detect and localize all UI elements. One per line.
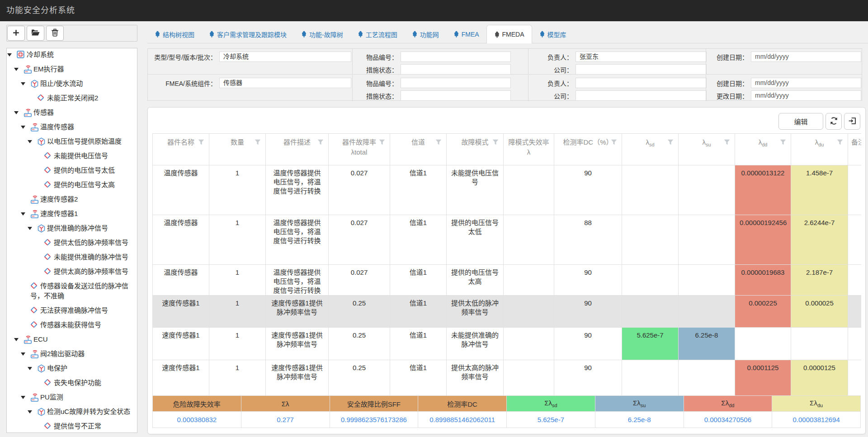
field-input[interactable]: mm/dd/yyyy (751, 78, 861, 88)
form-field: 负责人：张亚东 (528, 52, 706, 62)
expand-arrow-icon[interactable] (21, 126, 25, 129)
tree-node-label: 传感器设备发送过低的脉冲信号，不准确 (30, 282, 128, 300)
structure-tree-panel: 冷却系统EM执行器阻止/使水流动未能正常关闭阀2传感器温度传感器以电压信号提供原… (6, 48, 137, 433)
form-field: 公司： (528, 64, 706, 75)
table-row[interactable]: 温度传感器1温度传感器提供电压信号，将温度信号进行转换0.027信道1提供的电压… (153, 215, 862, 265)
edit-button[interactable]: 编辑 (778, 113, 823, 130)
export-button[interactable] (844, 113, 860, 130)
expand-arrow-icon[interactable] (28, 227, 32, 230)
open-folder-icon (31, 29, 40, 38)
filter-icon[interactable] (435, 138, 442, 148)
filter-icon[interactable] (317, 138, 324, 148)
table-row[interactable]: 速度传感器11速度传感器1提供脉冲频率信号0.25信道1未能提供准确的脉冲信号9… (153, 328, 862, 360)
tab-模型库[interactable]: 模型库 (532, 25, 574, 43)
tree-node[interactable]: 检测uC故障并转为安全状态 (7, 404, 137, 419)
field-input[interactable] (576, 64, 707, 75)
field-input[interactable] (401, 90, 511, 101)
filter-icon[interactable] (543, 138, 549, 148)
tree-node[interactable]: 未能提供准确的脉冲信号 (7, 250, 137, 264)
filter-icon[interactable] (611, 138, 617, 148)
tree-node[interactable]: EM执行器 (7, 62, 137, 76)
failure-icon (44, 239, 52, 247)
field-label: 创建日期： (706, 52, 748, 61)
filter-icon[interactable] (837, 138, 843, 148)
tree-node[interactable]: 冷却系统 (7, 48, 137, 62)
tree-node[interactable]: 无法获得准确脉冲信号 (7, 303, 137, 318)
expand-arrow-icon[interactable] (14, 68, 19, 71)
table-cell: 0.027 (329, 215, 390, 265)
expand-arrow-icon[interactable] (21, 352, 25, 356)
summary-header-label: Σλ (633, 399, 641, 407)
tree-node[interactable]: 提供太高的脉冲频率信号 (7, 264, 137, 279)
expand-arrow-icon[interactable] (28, 140, 32, 143)
tree-node[interactable]: 速度传感器2 (7, 192, 137, 207)
tree-node[interactable]: 未能正常关闭阀2 (7, 91, 137, 105)
filter-icon[interactable] (492, 138, 499, 148)
tab-功能-故障树[interactable]: 功能-故障树 (294, 25, 350, 43)
field-input[interactable] (576, 90, 707, 101)
filter-icon[interactable] (255, 138, 261, 148)
expand-arrow-icon[interactable] (14, 338, 19, 341)
tree-node[interactable]: 阀2输出驱动器 (7, 347, 137, 361)
tree-node[interactable]: 提供太低的脉冲频率信号 (7, 235, 137, 250)
tree-node[interactable]: 传感器未能获得信号 (7, 318, 137, 332)
tab-fmeda[interactable]: FMEDA (486, 25, 532, 43)
field-input[interactable]: 传感器 (219, 78, 351, 88)
filter-icon[interactable] (724, 138, 730, 148)
add-node-button[interactable] (7, 26, 25, 41)
table-row[interactable]: 速度传感器11速度传感器1提供脉冲频率信号0.25信道1提供太高的脉冲频率信号9… (153, 360, 862, 396)
tree-node[interactable]: 传感器设备发送过低的脉冲信号，不准确 (7, 279, 137, 303)
tree-node[interactable]: 提供的电压信号太低 (7, 163, 137, 178)
field-input[interactable] (401, 52, 511, 62)
tab-功能网[interactable]: 功能网 (405, 25, 446, 43)
filter-icon[interactable] (198, 138, 204, 148)
tree-node[interactable]: 电保护 (7, 361, 137, 376)
tree-node-label: 速度传感器1 (40, 210, 78, 217)
tree-node[interactable]: ECU (7, 332, 137, 347)
tree-node[interactable]: 丧失电保护功能 (7, 376, 137, 390)
table-row[interactable]: 速度传感器11速度传感器1提供脉冲频率信号0.25信道1提供太低的脉冲频率信号9… (153, 296, 862, 328)
tab-结构树视图[interactable]: 结构树视图 (147, 25, 202, 43)
field-input[interactable]: mm/dd/yyyy (751, 52, 861, 62)
tree-node[interactable]: 提供信号不正常 (7, 419, 137, 433)
tab-客户需求管理及跟踪模块[interactable]: 客户需求管理及跟踪模块 (202, 25, 294, 43)
tree-node[interactable]: 传感器 (7, 105, 137, 120)
expand-arrow-icon[interactable] (7, 53, 12, 56)
tree-node[interactable]: 阻止/使水流动 (7, 76, 137, 91)
table-cell: 信道1 (390, 328, 447, 360)
field-input[interactable]: 张亚东 (576, 52, 707, 62)
form-field: 公司： (528, 90, 706, 101)
tree-node[interactable]: 提供准确的脉冲信号 (7, 221, 137, 235)
expand-arrow-icon[interactable] (21, 82, 25, 85)
tree-icon (453, 31, 459, 38)
filter-icon[interactable] (379, 138, 385, 148)
tree-node[interactable]: 速度传感器1 (7, 207, 137, 221)
filter-icon[interactable] (667, 138, 674, 148)
tree-node[interactable]: 以电压信号提供原始温度 (7, 134, 137, 149)
tab-fmea[interactable]: FMEA (446, 25, 486, 43)
field-input[interactable] (576, 78, 707, 88)
refresh-button[interactable] (826, 113, 842, 130)
delete-button[interactable] (46, 26, 64, 41)
expand-arrow-icon[interactable] (21, 396, 25, 399)
tree-node[interactable]: PU监测 (7, 390, 137, 404)
tab-工艺流程图[interactable]: 工艺流程图 (350, 25, 405, 43)
expand-arrow-icon[interactable] (21, 212, 25, 216)
table-cell: 90 (554, 328, 622, 360)
filter-icon[interactable] (780, 138, 786, 148)
tree-node[interactable]: 未能提供电压信号 (7, 149, 137, 163)
field-input[interactable] (401, 78, 511, 88)
field-input[interactable] (401, 64, 511, 75)
table-row[interactable]: 温度传感器1温度传感器提供电压信号，将温度信号进行转换0.027信道1提供的电压… (153, 265, 862, 296)
expand-arrow-icon[interactable] (28, 410, 32, 414)
field-input[interactable]: mm/dd/yyyy (751, 90, 861, 101)
expand-arrow-icon[interactable] (28, 367, 32, 370)
column-header: 信道 (390, 134, 447, 165)
table-row[interactable]: 温度传感器1温度传感器提供电压信号，将温度信号进行转换0.027信道1未能提供电… (153, 165, 862, 215)
tree-node[interactable]: 提供的电压信号太高 (7, 178, 137, 192)
tree-node[interactable]: 温度传感器 (7, 120, 137, 134)
open-button[interactable] (27, 26, 44, 41)
expand-arrow-icon[interactable] (14, 111, 19, 114)
field-input[interactable]: 冷却系统 (219, 52, 351, 62)
tab-label: FMEA (462, 31, 479, 38)
